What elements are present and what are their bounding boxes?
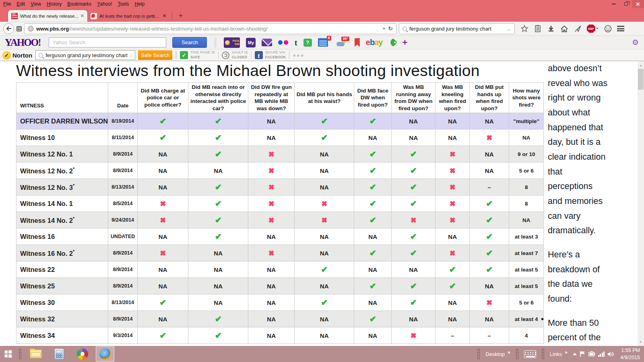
menu-tools[interactable]: Tools: [118, 1, 129, 7]
search-go-icon[interactable]: →: [505, 25, 511, 32]
answer-cell: ✔: [188, 179, 248, 195]
send-share-icon[interactable]: [574, 25, 582, 33]
check-icon: ✔: [410, 199, 417, 208]
downloads-icon[interactable]: [547, 25, 555, 33]
menu-view[interactable]: View: [31, 1, 41, 7]
tab-background[interactable]: At leats the bad cop is getti... ✕: [87, 10, 169, 22]
menu-yahoo[interactable]: Yahoo!: [97, 1, 112, 7]
clipboard-icon[interactable]: [534, 25, 542, 33]
answer-cell: ✖: [248, 179, 295, 195]
share-via-facebook-button[interactable]: f SHARE VIAFACEBOOK: [255, 50, 286, 60]
search-query: ferguson grand jury testimony chart: [409, 26, 491, 32]
menu-file[interactable]: File: [3, 1, 11, 7]
yahoo-deals-tag-icon[interactable]: [390, 39, 396, 45]
yahoo-my-button[interactable]: My: [246, 38, 256, 47]
recent-pages-icon[interactable]: [17, 26, 22, 31]
answer-cell: ✔: [188, 311, 248, 327]
toolbar-separator: [251, 51, 252, 59]
desktop-expand-chevron[interactable]: »: [508, 350, 510, 355]
tab-close-icon[interactable]: ✕: [163, 13, 166, 19]
yahoo-help-icon[interactable]: ?: [303, 39, 312, 47]
menu-edit[interactable]: Edit: [17, 1, 25, 7]
tab-close-icon[interactable]: ✕: [80, 13, 84, 19]
yahoo-logo[interactable]: YAHOO!: [5, 37, 40, 48]
adblock-plus-button[interactable]: ABP: [587, 25, 599, 33]
show-hidden-icons-button[interactable]: [573, 353, 577, 355]
answer-cell: ✖: [436, 179, 470, 195]
desktop-toolbar-label[interactable]: Desktop: [485, 351, 505, 357]
table-row: Witness 16 No. 2*8/9/2014✖NA✖NA✔✔✖✔at le…: [17, 245, 544, 261]
toolbar-separator: [289, 51, 289, 59]
check-icon: ✔: [159, 117, 166, 125]
action-center-flag-icon[interactable]: [580, 351, 586, 357]
answer-cell: NA: [295, 245, 354, 261]
scrollbar-thumb[interactable]: [638, 69, 644, 90]
page-content: Witness interviews from the Michael Brow…: [0, 61, 638, 346]
answer-cell: NA: [188, 278, 248, 294]
restore-button[interactable]: [620, 0, 632, 8]
tumblr-icon[interactable]: t: [294, 37, 297, 48]
links-toolbar-label[interactable]: Links: [550, 351, 562, 357]
identity-vault-status[interactable]: VAULT ISCLOSED: [222, 50, 248, 60]
file-explorer-button[interactable]: [24, 346, 47, 362]
battery-icon[interactable]: [588, 351, 595, 357]
yahoo-add-button[interactable]: +: [402, 37, 407, 48]
minimize-button[interactable]: [608, 0, 620, 8]
scroll-down-icon[interactable]: ▼: [638, 339, 644, 345]
back-button[interactable]: [3, 23, 14, 34]
answer-cell: NA: [295, 278, 354, 294]
yahoo-weather-button[interactable]: 36°: [336, 39, 346, 46]
start-button[interactable]: [0, 346, 16, 362]
norton-logo[interactable]: ✓ Norton: [2, 51, 32, 60]
address-bar[interactable]: www.pbs.org/newshour/updates/newly-relea…: [24, 23, 396, 34]
url-dropdown-icon[interactable]: [382, 28, 386, 30]
close-button[interactable]: ✕: [632, 0, 644, 8]
browser-search-field[interactable]: ferguson grand jury testimony chart →: [399, 23, 515, 34]
list-bullet: •: [541, 315, 544, 324]
tab-active[interactable]: PBSNEWSHOUR What do the newly release...…: [8, 10, 87, 22]
time: 1:55 PM: [620, 347, 640, 354]
witness-name: Witness 25: [17, 278, 108, 294]
answer-cell: ✔: [392, 245, 436, 261]
yahoo-mail-icon[interactable]: [262, 39, 272, 46]
flickr-icon[interactable]: [278, 40, 288, 45]
bookmark-star-icon[interactable]: [520, 25, 528, 33]
menu-hamburger-icon[interactable]: [617, 26, 624, 31]
new-tab-button[interactable]: +: [175, 11, 187, 21]
emoji-extension-icon[interactable]: [604, 25, 612, 33]
vertical-scrollbar[interactable]: ▲ ▼: [638, 61, 644, 346]
yahoo-search-button[interactable]: Search: [172, 37, 207, 48]
picasa-button[interactable]: [71, 346, 94, 362]
shots-cell: 5 or 6: [509, 162, 544, 179]
norton-search-field[interactable]: ferguson grand jury testimony chart: [35, 50, 135, 60]
volume-icon[interactable]: [607, 351, 614, 357]
safe-search-button[interactable]: Safe Search: [138, 50, 172, 60]
yahoo-settings-gear-icon[interactable]: ⚙: [632, 39, 639, 46]
answer-cell: ✔: [470, 245, 509, 261]
menu-bookmarks[interactable]: Bookmarks: [67, 1, 91, 7]
shots-cell: 8: [509, 195, 544, 212]
norton-more-options-icon[interactable]: ●●●: [293, 52, 305, 58]
interview-date: 8/9/2014: [108, 245, 138, 261]
links-expand-chevron[interactable]: »: [565, 350, 568, 355]
calculator-button[interactable]: [47, 346, 71, 362]
menu-history[interactable]: History: [47, 1, 62, 7]
taskbar-clock[interactable]: 1:55 PM 4/9/2015: [620, 347, 640, 361]
page-safety-status[interactable]: ✓ THIS PAGE ISSAFE: [180, 50, 215, 60]
yahoo-bookmarks-icon[interactable]: [355, 38, 360, 47]
toolbar-separator: [218, 51, 219, 59]
scroll-up-icon[interactable]: ▲: [638, 62, 644, 68]
home-icon[interactable]: [560, 25, 568, 33]
menu-help[interactable]: Help: [134, 1, 144, 7]
answer-cell: ✔: [354, 245, 392, 261]
network-signal-icon[interactable]: [598, 352, 605, 357]
pickem-button[interactable]: PICK'EM: [224, 37, 240, 48]
firefox-taskbar-button[interactable]: [96, 346, 114, 362]
yahoo-search-field[interactable]: Yahoo Search: [49, 37, 166, 47]
answer-cell: NA: [295, 162, 354, 179]
touch-keyboard-icon[interactable]: [524, 350, 536, 358]
reload-icon[interactable]: ↻: [388, 25, 393, 32]
ebay-button[interactable]: ebay: [366, 38, 383, 47]
news-badge: 8: [327, 36, 331, 41]
yahoo-news-button[interactable]: 8: [318, 38, 328, 47]
